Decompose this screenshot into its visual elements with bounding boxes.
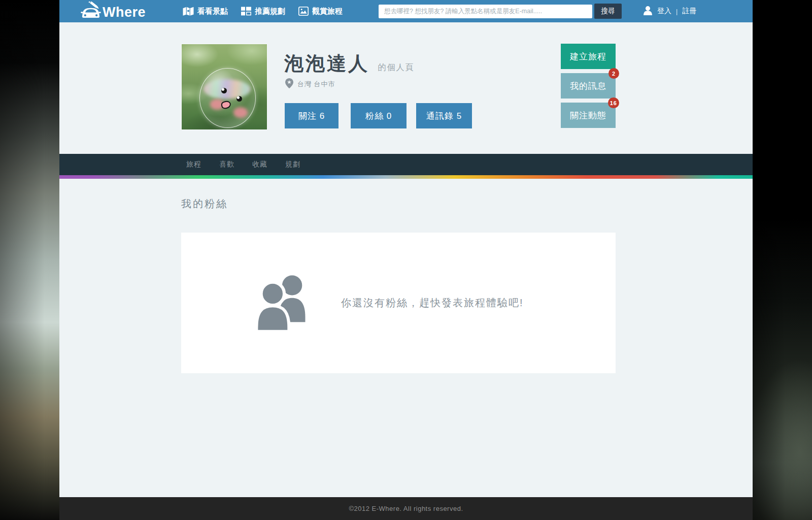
section-heading: 我的粉絲 xyxy=(181,197,228,211)
login-link[interactable]: 登入 xyxy=(657,7,671,16)
bubble-face-illustration xyxy=(199,68,256,128)
profile-name-suffix: 的個人頁 xyxy=(378,63,414,72)
people-icon xyxy=(252,271,313,333)
nav-item-label: 觀賞旅程 xyxy=(312,7,343,16)
messages-count-badge: 2 xyxy=(608,68,619,79)
profile-photo[interactable] xyxy=(181,44,267,130)
search-button[interactable]: 搜尋 xyxy=(594,4,622,19)
contacts-button[interactable]: 通訊錄 5 xyxy=(416,103,472,128)
profile-name-row: 泡泡達人 的個人頁 xyxy=(284,51,414,77)
car-pen-logo-icon xyxy=(80,2,102,22)
tab-plans[interactable]: 規劃 xyxy=(285,160,300,169)
background-blur-right xyxy=(753,0,812,520)
nav-item-trips[interactable]: 觀賞旅程 xyxy=(298,7,343,16)
register-link[interactable]: 註冊 xyxy=(682,7,696,16)
fans-empty-card: 你還沒有粉絲，趕快發表旅程體驗吧! xyxy=(181,233,616,373)
tab-trips[interactable]: 旅程 xyxy=(186,160,201,169)
empty-fans-message: 你還沒有粉絲，趕快發表旅程體驗吧! xyxy=(341,233,524,373)
brand-name: Where xyxy=(103,2,146,22)
follow-activity-button[interactable]: 關注動態 16 xyxy=(561,103,616,128)
nav-item-planning[interactable]: 推薦規劃 xyxy=(241,7,285,16)
map-icon xyxy=(183,7,194,16)
main-menu: 看看景點 推薦規劃 xyxy=(183,0,343,22)
copyright-text: ©2012 E-Where. All rights reserved. xyxy=(349,505,463,512)
profile-tabbar: 旅程 喜歡 收藏 規劃 xyxy=(59,154,753,175)
fans-button[interactable]: 粉絲 0 xyxy=(351,103,407,128)
profile-stats: 關注 6 粉絲 0 通訊錄 5 xyxy=(285,103,472,128)
location-text: 台灣 台中市 xyxy=(297,80,335,89)
gallery-icon xyxy=(298,7,309,16)
top-navbar: Where 看看景點 xyxy=(59,0,753,22)
tab-favorites[interactable]: 收藏 xyxy=(252,160,267,169)
user-icon xyxy=(643,6,653,17)
profile-header: 泡泡達人 的個人頁 台灣 台中市 關注 6 粉絲 0 通訊錄 5 建立旅程 我的… xyxy=(59,22,753,154)
page-footer: ©2012 E-Where. All rights reserved. xyxy=(59,497,753,520)
nav-item-label: 看看景點 xyxy=(197,7,228,16)
location-pin-icon xyxy=(285,78,293,90)
nav-item-label: 推薦規劃 xyxy=(255,7,285,16)
profile-name: 泡泡達人 xyxy=(284,53,369,74)
layout-grid-icon xyxy=(241,7,251,16)
create-trip-button[interactable]: 建立旅程 xyxy=(561,44,616,69)
my-messages-button[interactable]: 我的訊息 2 xyxy=(561,73,616,99)
search-box: 搜尋 xyxy=(379,4,622,19)
auth-divider: | xyxy=(676,8,678,15)
following-button[interactable]: 關注 6 xyxy=(285,103,339,128)
activity-count-badge: 16 xyxy=(608,98,619,108)
brand-logo[interactable]: Where xyxy=(80,0,146,22)
tab-likes[interactable]: 喜歡 xyxy=(219,160,234,169)
profile-location: 台灣 台中市 xyxy=(285,78,335,90)
auth-links: 登入 | 註冊 xyxy=(643,0,696,22)
profile-actions: 建立旅程 我的訊息 2 關注動態 16 xyxy=(561,44,616,132)
main-content: 我的粉絲 你還沒有粉絲，趕快發表旅程體驗吧! xyxy=(59,179,753,497)
search-input[interactable] xyxy=(379,5,592,18)
rainbow-divider xyxy=(59,175,753,179)
background-blur-left xyxy=(0,0,59,520)
page: Where 看看景點 xyxy=(59,0,753,520)
nav-item-attractions[interactable]: 看看景點 xyxy=(183,7,228,16)
